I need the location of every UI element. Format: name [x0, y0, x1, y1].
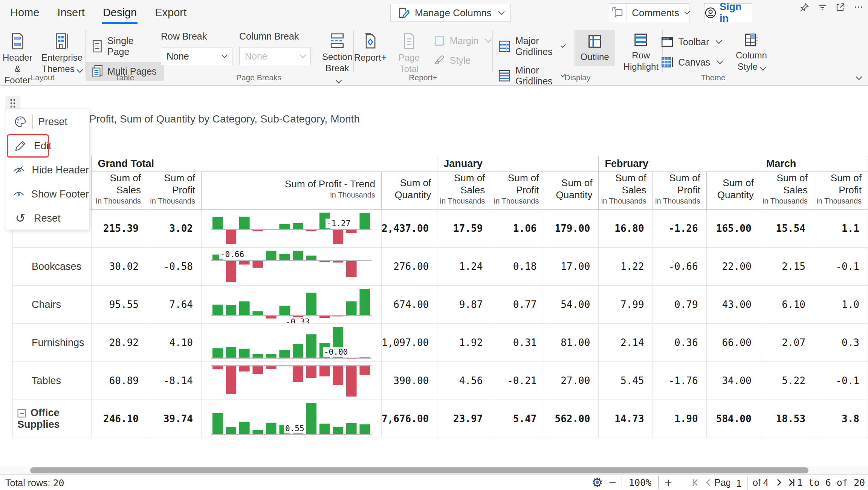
chevron-down-icon [485, 37, 492, 43]
trend-sparkline [202, 362, 381, 400]
column-style-button[interactable]: ColumnStyle [731, 30, 772, 75]
data-cell: 165.00 [706, 210, 760, 248]
menu-item-hide-header[interactable]: Hide Header [6, 158, 89, 182]
menu-item-reset[interactable]: ↺ Reset [6, 206, 89, 230]
row-label[interactable]: Office Supplies [13, 400, 92, 438]
comments-button[interactable]: Comments [609, 3, 689, 22]
last-page-button[interactable] [787, 475, 796, 490]
column-header: Sum of Profit - Trendin Thousands [201, 172, 381, 210]
data-cell: -1.76 [653, 362, 706, 400]
column-header: Sum of Salesin Thousands [599, 172, 653, 210]
outline-button[interactable]: Outline [575, 30, 615, 66]
first-page-icon [690, 478, 700, 487]
next-page-button[interactable] [775, 475, 784, 490]
chevron-down-icon [856, 74, 862, 80]
toolbar-label: Toolbar [678, 37, 709, 47]
margin-label: Margin [450, 35, 478, 46]
report-plus-button[interactable]: Report+ [350, 30, 391, 66]
group-label-table: Table [86, 73, 164, 82]
report-plus-icon [362, 32, 379, 50]
margin-button: Margin [427, 32, 497, 50]
row-break-select[interactable]: None [161, 47, 232, 65]
data-cell: 16.80 [599, 210, 653, 248]
enterprise-themes-button[interactable]: EnterpriseThemes [37, 30, 87, 77]
tab-export[interactable]: Export [154, 1, 187, 24]
row-break-value: None [167, 51, 189, 62]
data-cell: 1.06 [491, 210, 545, 248]
data-cell: 66.00 [706, 324, 760, 362]
total-rows-value: 20 [53, 478, 64, 488]
zoom-in-button[interactable]: + [665, 475, 672, 490]
data-cell: 2.15 [760, 248, 814, 286]
sign-in-button[interactable]: Sign in [704, 3, 752, 22]
data-cell: 674.00 [381, 286, 437, 324]
row-label-text: Chairs [32, 299, 61, 310]
data-cell: 39.74 [147, 400, 201, 438]
tab-insert[interactable]: Insert [57, 1, 86, 24]
data-cell: 18.53 [760, 400, 814, 438]
popout-icon[interactable] [836, 2, 845, 12]
table-row: Bookcases30.02-0.58-0.66276.001.240.1817… [13, 248, 868, 286]
next-page-icon [775, 478, 784, 487]
pivot-head: Grand TotalJanuaryFebruaryMarchSum of Sa… [13, 156, 868, 210]
canvas-theme-button[interactable]: Canvas [655, 53, 728, 72]
data-cell: 14.73 [599, 400, 653, 438]
column-break-select: None [239, 47, 311, 65]
major-gridlines-button[interactable]: Major Gridlines [492, 32, 571, 60]
single-page-button[interactable]: Single Page [86, 32, 164, 60]
trend-sparkline: -1.27 [202, 210, 381, 247]
page-number-input[interactable] [730, 477, 748, 490]
zoom-level-value: 100% [629, 477, 651, 488]
svg-text:0.99: 0.99 [329, 324, 348, 326]
data-cell: 17.00 [545, 248, 599, 286]
scrollbar-thumb[interactable] [30, 467, 808, 473]
row-highlight-label: RowHighlight [623, 50, 659, 72]
menu-item-show-footer[interactable]: Show Footer [6, 182, 89, 206]
menu-item-edit[interactable]: Edit [6, 134, 89, 158]
prev-page-button[interactable] [704, 475, 713, 490]
filter-lines-icon[interactable] [818, 2, 827, 12]
svg-text:-0.33: -0.33 [286, 317, 310, 323]
more-icon[interactable] [854, 2, 863, 12]
column-header: Sum of Quantity [706, 172, 760, 210]
column-break-value: None [245, 51, 267, 62]
column-header: Sum of Profitin Thousands [491, 172, 545, 210]
chevron-down-icon [498, 9, 504, 15]
menu-item-preset[interactable]: Preset [6, 110, 89, 134]
column-style-label: ColumnStyle [736, 50, 767, 72]
pivot-body: 215.393.02-1.272,437.0017.591.06179.0016… [13, 210, 868, 438]
collapse-ribbon-button[interactable] [854, 74, 861, 81]
horizontal-scrollbar[interactable] [0, 467, 868, 474]
collapse-icon[interactable] [17, 409, 26, 418]
first-page-button[interactable] [690, 475, 700, 490]
report-canvas: Profit, Sum of Quantity by Category, Sub… [0, 86, 868, 467]
ribbon-group-report-plus: Report+ Page Total Margin Style R [354, 25, 492, 85]
data-cell: 5.22 [760, 362, 814, 400]
tab-design[interactable]: Design [102, 1, 138, 24]
eye-icon [12, 188, 26, 201]
row-label[interactable]: Furnishings [13, 324, 92, 362]
chevron-down-icon [717, 58, 723, 64]
style-label: Style [450, 55, 471, 66]
zoom-level-box[interactable]: 100% [622, 476, 659, 489]
data-cell: -1.26 [653, 210, 706, 248]
data-cell: 0.79 [653, 286, 706, 324]
trend-sparkline: 1.88-0.33 [202, 286, 381, 323]
svg-text:-1.27: -1.27 [327, 219, 350, 228]
manage-columns-button[interactable]: Manage Columns [390, 4, 511, 22]
data-cell: 5.45 [599, 362, 653, 400]
zoom-out-button[interactable]: − [609, 475, 616, 490]
row-label[interactable]: Bookcases [13, 248, 92, 286]
row-label[interactable]: Tables [13, 362, 92, 400]
table-row: Furnishings28.924.100.99-0.001,097.001.9… [13, 324, 868, 362]
toolbar-theme-button[interactable]: Toolbar [655, 32, 728, 51]
row-label[interactable]: Chairs [13, 286, 92, 324]
tab-home[interactable]: Home [9, 1, 40, 24]
pin-icon[interactable] [799, 2, 809, 12]
data-cell: 7.64 [147, 286, 201, 324]
margin-icon [433, 35, 445, 47]
data-cell: 81.00 [545, 324, 599, 362]
data-cell: 43.00 [706, 286, 760, 324]
trend-sparkline: -0.66 [202, 248, 381, 285]
data-cell: 15.54 [760, 210, 814, 248]
